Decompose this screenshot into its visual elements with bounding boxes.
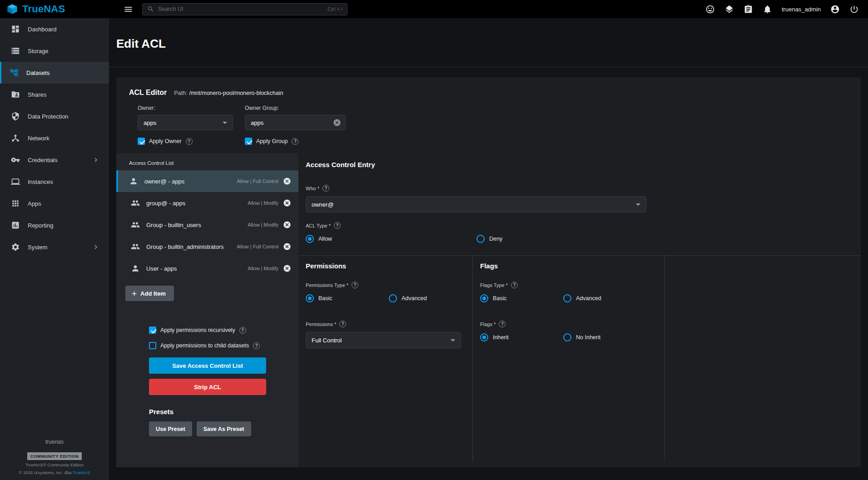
- apply-to-child-datasets-checkbox[interactable]: [149, 342, 156, 349]
- sidebar-item-shares[interactable]: Shares: [0, 84, 109, 105]
- who-field-label: Who *: [306, 185, 861, 192]
- help-icon[interactable]: [334, 222, 341, 229]
- strip-acl-button[interactable]: Strip ACL: [149, 379, 266, 395]
- remove-entry-icon[interactable]: [283, 177, 291, 185]
- remove-entry-icon[interactable]: [283, 199, 291, 207]
- flags-type-basic-option[interactable]: Basic: [480, 294, 563, 302]
- entry-permission: Allow | Full Control: [237, 178, 279, 184]
- save-as-preset-button[interactable]: Save As Preset: [197, 421, 251, 436]
- apply-owner-checkbox[interactable]: [138, 138, 145, 145]
- radio-advanced[interactable]: [563, 294, 571, 302]
- sidebar-item-system[interactable]: System: [0, 236, 109, 258]
- add-item-button[interactable]: Add Item: [125, 286, 174, 301]
- chevron-down-icon: [451, 339, 455, 341]
- sidebar-item-dashboard[interactable]: Dashboard: [0, 18, 109, 40]
- bell-icon: [763, 5, 772, 14]
- feedback-button[interactable]: [704, 4, 716, 15]
- help-icon[interactable]: [186, 138, 193, 145]
- sidebar-footer: truenas COMMUNITY EDITION TrueNAS® Commu…: [0, 439, 109, 475]
- permissions-title: Permissions: [306, 262, 465, 270]
- acl-editor-header: ACL Editor Path:/mnt/monero-pool/monero-…: [116, 77, 861, 153]
- flags-section: Flags Flags Type * Basic: [473, 256, 665, 462]
- user-menu-button[interactable]: [829, 4, 841, 15]
- permissions-flags-grid: Permissions Permissions Type * Basic: [298, 255, 861, 462]
- jobs-button[interactable]: [724, 4, 735, 15]
- apply-recursively-checkbox[interactable]: [149, 327, 156, 334]
- remove-entry-icon[interactable]: [283, 221, 291, 229]
- help-icon[interactable]: [352, 282, 358, 288]
- radio-allow[interactable]: [306, 235, 314, 243]
- owner-form: Owner: apps Apply Owner Owner Group:: [138, 105, 848, 145]
- copyright-brand-link[interactable]: TrueNAS: [73, 470, 90, 475]
- chevron-right-icon: [92, 156, 100, 164]
- use-preset-button[interactable]: Use Preset: [149, 421, 192, 436]
- flags-inherit-option[interactable]: Inherit: [480, 333, 563, 341]
- help-icon[interactable]: [511, 282, 518, 288]
- permissions-type-advanced-option[interactable]: Advanced: [389, 294, 427, 302]
- owner-select[interactable]: apps: [138, 115, 233, 130]
- help-icon[interactable]: [292, 138, 298, 145]
- sidebar-item-label: Credentials: [28, 157, 58, 163]
- sidebar: Dashboard Storage Datasets Shares Data P…: [0, 18, 109, 480]
- sidebar-item-datasets[interactable]: Datasets: [0, 62, 109, 84]
- entry-permission: Allow | Modify: [248, 266, 278, 271]
- help-icon[interactable]: [239, 327, 246, 334]
- menu-toggle-button[interactable]: [123, 4, 134, 15]
- sidebar-item-label: Storage: [28, 48, 49, 54]
- acl-entry-row[interactable]: Group - builtin_users Allow | Modify: [116, 214, 298, 236]
- permissions-select[interactable]: Full Control: [306, 332, 461, 348]
- search-box[interactable]: Ctrl + /: [142, 3, 347, 15]
- acl-entry-row[interactable]: group@ - apps Allow | Modify: [116, 192, 298, 214]
- tasks-button[interactable]: [743, 4, 754, 15]
- who-select[interactable]: owner@: [306, 196, 646, 213]
- flags-type-advanced-option[interactable]: Advanced: [563, 294, 601, 302]
- sidebar-item-label: Network: [28, 135, 50, 142]
- sidebar-item-data-protection[interactable]: Data Protection: [0, 105, 109, 127]
- help-icon[interactable]: [322, 185, 329, 192]
- radio-basic[interactable]: [306, 294, 314, 302]
- acl-list-options: Apply permissions recursively Apply perm…: [149, 327, 298, 436]
- radio-deny[interactable]: [476, 235, 485, 243]
- help-icon[interactable]: [499, 321, 506, 327]
- acl-entry-row[interactable]: owner@ - apps Allow | Full Control: [116, 170, 298, 192]
- search-shortcut-hint: Ctrl + /: [327, 6, 342, 12]
- sidebar-item-credentials[interactable]: Credentials: [0, 149, 109, 171]
- radio-inherit[interactable]: [480, 333, 488, 341]
- radio-advanced[interactable]: [389, 294, 397, 302]
- folder-shared-icon: [11, 90, 20, 99]
- search-input[interactable]: [158, 6, 324, 12]
- power-button[interactable]: [848, 4, 860, 15]
- clear-input-icon[interactable]: [333, 119, 341, 127]
- help-icon[interactable]: [339, 321, 346, 327]
- entry-permission: Allow | Full Control: [237, 244, 279, 249]
- truenas-logo[interactable]: TrueNAS: [0, 3, 109, 15]
- radio-basic[interactable]: [480, 294, 488, 302]
- plus-icon: [132, 289, 137, 298]
- owner-group-label: Owner Group:: [245, 105, 346, 111]
- acl-entry-row[interactable]: User - apps Allow | Modify: [116, 257, 298, 279]
- people-icon: [131, 220, 140, 229]
- acl-type-deny-option[interactable]: Deny: [476, 235, 502, 243]
- truenas-app: TrueNAS Ctrl + / truenas_admin Dashboard: [0, 0, 868, 480]
- sidebar-item-instances[interactable]: Instances: [0, 171, 109, 193]
- flags-no-inherit-option[interactable]: No Inherit: [563, 333, 600, 341]
- radio-no-inherit[interactable]: [563, 333, 571, 341]
- chevron-down-icon: [223, 122, 227, 124]
- child-datasets-option-row: Apply permissions to child datasets: [149, 342, 298, 349]
- save-acl-button[interactable]: Save Access Control List: [149, 357, 266, 374]
- apply-group-checkbox[interactable]: [245, 138, 252, 145]
- permissions-type-basic-option[interactable]: Basic: [306, 294, 389, 302]
- sidebar-item-network[interactable]: Network: [0, 127, 109, 149]
- owner-group-input[interactable]: [251, 119, 333, 126]
- remove-entry-icon[interactable]: [283, 264, 291, 272]
- sidebar-item-label: Reporting: [28, 222, 53, 229]
- acl-type-allow-option[interactable]: Allow: [306, 235, 476, 243]
- sidebar-item-reporting[interactable]: Reporting: [0, 214, 109, 236]
- chevron-down-icon: [636, 203, 640, 206]
- help-icon[interactable]: [253, 342, 260, 349]
- remove-entry-icon[interactable]: [283, 242, 291, 251]
- notifications-button[interactable]: [762, 4, 773, 15]
- sidebar-item-storage[interactable]: Storage: [0, 40, 109, 62]
- acl-entry-row[interactable]: Group - builtin_administrators Allow | F…: [116, 236, 298, 257]
- sidebar-item-apps[interactable]: Apps: [0, 193, 109, 214]
